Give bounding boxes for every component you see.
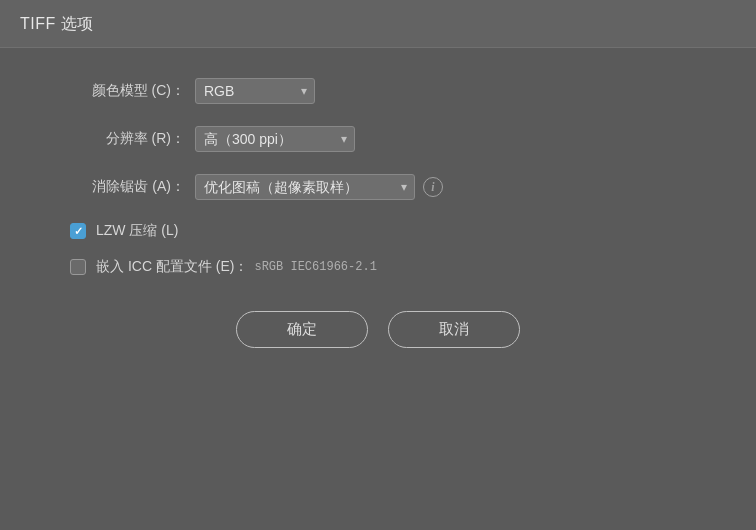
resolution-row: 分辨率 (R)： 屏幕（72 ppi） 中（150 ppi） 高（300 ppi… — [40, 126, 716, 152]
icc-row: 嵌入 ICC 配置文件 (E)： sRGB IEC61966-2.1 — [40, 258, 716, 276]
icc-checkbox[interactable] — [70, 259, 86, 275]
lzw-checkbox[interactable] — [70, 223, 86, 239]
confirm-button[interactable]: 确定 — [236, 311, 368, 348]
resolution-select[interactable]: 屏幕（72 ppi） 中（150 ppi） 高（300 ppi） 其他 — [195, 126, 355, 152]
icc-profile-value: sRGB IEC61966-2.1 — [254, 260, 376, 274]
antialias-label: 消除锯齿 (A)： — [40, 178, 185, 196]
color-model-label: 颜色模型 (C)： — [40, 82, 185, 100]
lzw-row: LZW 压缩 (L) — [40, 222, 716, 240]
antialias-select[interactable]: 无 优化文字（提示） 优化图稿（超像素取样） — [195, 174, 415, 200]
tiff-options-dialog: TIFF 选项 颜色模型 (C)： RGB CMYK 灰度 Lab 分辨率 (R… — [0, 0, 756, 530]
antialias-info-icon[interactable]: i — [423, 177, 443, 197]
cancel-button[interactable]: 取消 — [388, 311, 520, 348]
resolution-select-wrapper: 屏幕（72 ppi） 中（150 ppi） 高（300 ppi） 其他 — [195, 126, 355, 152]
antialias-row: 消除锯齿 (A)： 无 优化文字（提示） 优化图稿（超像素取样） i — [40, 174, 716, 200]
antialias-select-wrapper: 无 优化文字（提示） 优化图稿（超像素取样） — [195, 174, 415, 200]
icc-label: 嵌入 ICC 配置文件 (E)： — [96, 258, 248, 276]
color-model-select-wrapper: RGB CMYK 灰度 Lab — [195, 78, 315, 104]
lzw-label: LZW 压缩 (L) — [96, 222, 178, 240]
resolution-label: 分辨率 (R)： — [40, 130, 185, 148]
dialog-content: 颜色模型 (C)： RGB CMYK 灰度 Lab 分辨率 (R)： 屏幕（72… — [0, 48, 756, 378]
color-model-select[interactable]: RGB CMYK 灰度 Lab — [195, 78, 315, 104]
button-row: 确定 取消 — [40, 311, 716, 348]
color-model-row: 颜色模型 (C)： RGB CMYK 灰度 Lab — [40, 78, 716, 104]
title-bar: TIFF 选项 — [0, 0, 756, 48]
dialog-title: TIFF 选项 — [20, 15, 94, 32]
